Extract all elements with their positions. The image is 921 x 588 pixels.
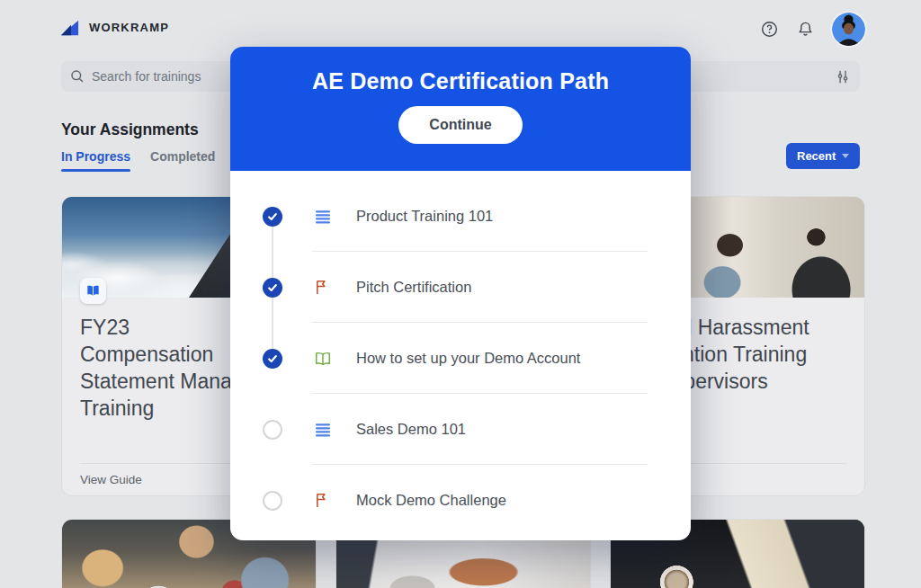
tab-in-progress[interactable]: In Progress [61,149,130,172]
search-icon [70,69,85,84]
page-title: Your Assignments [61,120,199,139]
path-item-label: Pitch Certification [356,279,471,296]
open-book-icon [313,349,332,368]
tab-completed[interactable]: Completed [150,149,215,172]
path-item-demo-account[interactable]: How to set up your Demo Account [230,323,691,394]
path-item-pitch-certification[interactable]: Pitch Certification [230,252,691,323]
avatar[interactable] [832,13,865,46]
modal-header: AE Demo Certification Path Continue [230,47,691,171]
continue-button[interactable]: Continue [398,106,522,144]
certification-path-modal: AE Demo Certification Path Continue Prod… [230,47,691,540]
assignments-tabs: In Progress Completed All [61,149,251,172]
path-item-product-training[interactable]: Product Training 101 [230,181,691,252]
list-icon [313,420,332,439]
view-guide-link[interactable]: View Guide [80,473,142,486]
path-item-mock-demo[interactable]: Mock Demo Challenge [230,465,691,536]
chevron-down-icon [842,154,849,158]
path-item-sales-demo[interactable]: Sales Demo 101 [230,394,691,465]
list-icon [313,207,332,226]
notifications-bell-icon[interactable] [796,21,814,39]
recent-sort-button[interactable]: Recent [786,143,860,169]
completed-check-icon [263,278,282,298]
guide-book-badge-icon [80,278,106,304]
incomplete-circle-icon [263,420,282,440]
incomplete-circle-icon [263,491,282,511]
recent-sort-label: Recent [797,149,836,163]
flag-icon [313,278,332,297]
workramp-logo-icon [59,17,80,38]
brand-name: WORKRAMP [89,21,169,34]
completed-check-icon [263,349,282,369]
path-item-label: Product Training 101 [356,208,493,225]
flag-icon [313,491,332,510]
help-icon[interactable] [760,21,778,39]
path-item-label: How to set up your Demo Account [356,350,580,367]
completed-check-icon [263,207,282,227]
path-item-label: Mock Demo Challenge [356,492,506,509]
filter-sliders-icon[interactable] [836,69,851,85]
workramp-logo[interactable]: WORKRAMP [59,17,169,38]
workramp-app: WORKRAMP [0,0,921,588]
path-item-label: Sales Demo 101 [356,421,466,438]
modal-title: AE Demo Certification Path [312,68,609,94]
modal-body: Product Training 101 Pitch Certification [230,171,691,536]
